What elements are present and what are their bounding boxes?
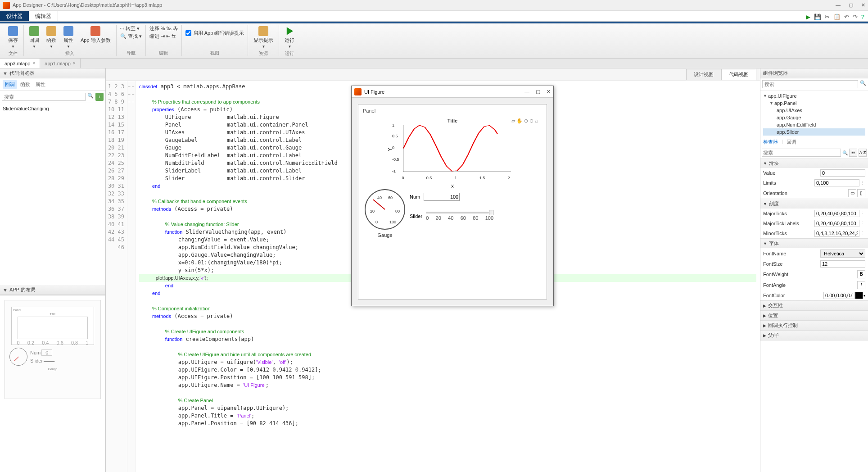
cb-tab-functions[interactable]: 函数 <box>18 80 32 89</box>
cb-tab-properties[interactable]: 属性 <box>33 80 48 89</box>
save-button[interactable]: 保存▼ <box>6 25 20 50</box>
tree-numfield[interactable]: app.NumEditField <box>763 121 865 128</box>
save-icon[interactable]: 💾 <box>814 14 821 20</box>
ribbon-label-view: 视图 <box>185 50 244 56</box>
enable-hint-checkbox[interactable]: 启用 App 编码错误提示 <box>185 25 244 36</box>
callback-tab[interactable]: 回调 <box>787 139 796 145</box>
close-icon[interactable]: × <box>33 61 36 66</box>
bold-button[interactable]: B <box>857 270 865 278</box>
property-button[interactable]: 属性▼ <box>62 25 75 50</box>
tree-gauge[interactable]: app.Gauge <box>763 114 865 121</box>
inspector-view1-button[interactable]: ☷ <box>849 149 857 157</box>
file-tab-app1[interactable]: app1.mlapp× <box>40 59 80 68</box>
window-close-button[interactable]: ✕ <box>861 2 865 8</box>
line-gutter: 1 2 3 4 5 6 7 8 9 10 11 12 13 14 15 16 1… <box>106 81 127 472</box>
design-view-button[interactable]: 设计视图 <box>686 69 721 80</box>
prop-limits-input[interactable] <box>814 179 859 186</box>
prop-minorticks-input[interactable] <box>814 230 859 237</box>
codebrowser-search-input[interactable] <box>2 93 86 101</box>
pan-icon[interactable]: ✋ <box>516 118 523 124</box>
help-icon[interactable]: ? <box>861 14 864 20</box>
prop-majorticks-input[interactable] <box>814 210 859 217</box>
tree-panel[interactable]: ▼app.Panel <box>763 100 865 107</box>
inspector-view2-button[interactable]: A-Z <box>859 149 867 157</box>
zoomin-icon[interactable]: ⊕ <box>524 118 528 124</box>
section-scale[interactable]: ▼刻度 <box>760 199 868 209</box>
showhint-button[interactable]: 显示提示▼ <box>252 25 275 50</box>
section-font[interactable]: ▼字体 <box>760 239 868 248</box>
home-icon[interactable]: ⌂ <box>535 118 538 124</box>
section-cbexec[interactable]: ▶回调执行控制 <box>760 321 868 330</box>
cut-icon[interactable]: ✂ <box>825 14 830 20</box>
section-position[interactable]: ▶位置 <box>760 311 868 320</box>
prop-fontname-label: FontName <box>763 251 820 256</box>
section-parent[interactable]: ▶父/子 <box>760 331 868 340</box>
prop-value-input[interactable] <box>820 169 865 177</box>
ui-figure-window[interactable]: UI Figure — ▢ ✕ Panel Title ▱ ✋ ⊕ ⊖ ⌂ Y <box>351 86 554 306</box>
layout-preview[interactable]: Panel Title 00.20.40.60.81 Num 0 Slider … <box>5 300 101 399</box>
inspector-search-input[interactable] <box>762 149 841 157</box>
num-edit-field[interactable] <box>424 193 460 201</box>
add-callback-button[interactable]: + <box>95 93 104 101</box>
uif-maximize-button[interactable]: ▢ <box>536 89 540 95</box>
layout-preview-panel: Panel Title 00.20.40.60.81 Num 0 Slider … <box>0 295 105 472</box>
inspector-tabs: 检查器 | 回调 <box>760 137 868 147</box>
tree-uifigure[interactable]: ▼app.UIFigure <box>763 92 865 100</box>
callback-item[interactable]: SliderValueChanging <box>3 106 103 111</box>
ui-figure-titlebar[interactable]: UI Figure — ▢ ✕ <box>352 86 553 98</box>
tree-uiaxes[interactable]: app.UIAxes <box>763 107 865 114</box>
undo-icon[interactable]: ↶ <box>844 14 849 20</box>
slider-thumb[interactable] <box>489 210 493 215</box>
orient-h-button[interactable]: ▭ <box>848 189 856 197</box>
search-icon[interactable]: 🔍 <box>87 93 94 101</box>
tab-designer[interactable]: 设计器 <box>0 11 29 21</box>
section-slider[interactable]: ▼滑块 <box>760 159 868 168</box>
tree-slider[interactable]: app.Slider <box>763 128 865 136</box>
component-search-input[interactable] <box>762 80 858 88</box>
cb-tab-callbacks[interactable]: 回调 <box>3 80 17 89</box>
axes-toolbar[interactable]: ▱ ✋ ⊕ ⊖ ⌂ <box>511 118 538 124</box>
layout-panel-header[interactable]: ▼APP 的布局 <box>0 285 105 295</box>
section-interactivity[interactable]: ▶交互性 <box>760 301 868 310</box>
zoomout-icon[interactable]: ⊖ <box>529 118 533 124</box>
tab-editor[interactable]: 编辑器 <box>29 11 58 21</box>
inspector-tab[interactable]: 检查器 <box>763 139 778 145</box>
prop-fontangle-label: FontAngle <box>763 282 857 288</box>
copy-icon[interactable]: 📋 <box>833 14 841 20</box>
prop-fontname-select[interactable]: Helvetica <box>820 250 865 258</box>
italic-button[interactable]: I <box>857 281 865 289</box>
orient-v-button[interactable]: ▯ <box>857 189 865 197</box>
appinput-button[interactable]: App 输入参数 <box>79 25 113 45</box>
window-minimize-button[interactable]: — <box>836 2 841 8</box>
slider-track[interactable] <box>426 212 493 213</box>
function-button[interactable]: 函数▼ <box>45 25 58 50</box>
comment-row[interactable]: 注释 % ‰ ⁂ <box>149 25 178 32</box>
indent-row[interactable]: 缩进 ⇥ ⇤ ⇆ <box>149 33 178 40</box>
run-icon[interactable]: ▶ <box>806 14 810 20</box>
fold-gutter[interactable]: − − − − − − <box>127 81 136 472</box>
color-swatch[interactable] <box>855 292 863 299</box>
uif-close-button[interactable]: ✕ <box>547 89 551 95</box>
uiaxes[interactable]: Title ▱ ✋ ⊕ ⊖ ⌂ Y 1 0.5 0 -0.5 <box>389 118 515 181</box>
code-view-button[interactable]: 代码视图 <box>721 69 756 80</box>
file-tab-app3[interactable]: app3.mlapp× <box>0 59 40 68</box>
window-maximize-button[interactable]: ▢ <box>849 2 853 8</box>
prop-majorticklabels-input[interactable] <box>814 220 859 227</box>
search-icon[interactable]: 🔍 <box>860 80 866 88</box>
ribbon-label-res: 资源 <box>252 50 275 57</box>
close-icon[interactable]: × <box>73 61 76 66</box>
callback-button[interactable]: 回调▼ <box>27 25 41 50</box>
prop-fontcolor-input[interactable] <box>823 292 855 299</box>
code-browser-header[interactable]: ▼代码浏览器 <box>0 68 105 78</box>
redo-icon[interactable]: ↷ <box>853 14 858 20</box>
run-button[interactable]: 运行▼ <box>283 25 296 50</box>
component-browser-header[interactable]: 组件浏览器 <box>760 68 868 78</box>
find-button[interactable]: 🔍 查找 ▾ <box>120 33 142 40</box>
search-icon[interactable]: 🔍 <box>842 150 848 155</box>
gauge[interactable]: 20 40 60 80 0 100 <box>365 189 405 230</box>
goto-button[interactable]: ⇨ 转至 ▾ <box>120 25 142 32</box>
uif-minimize-button[interactable]: — <box>524 89 529 95</box>
prop-fontsize-input[interactable] <box>820 260 865 268</box>
brush-icon[interactable]: ▱ <box>511 118 515 124</box>
callback-list: SliderValueChanging <box>0 103 105 285</box>
